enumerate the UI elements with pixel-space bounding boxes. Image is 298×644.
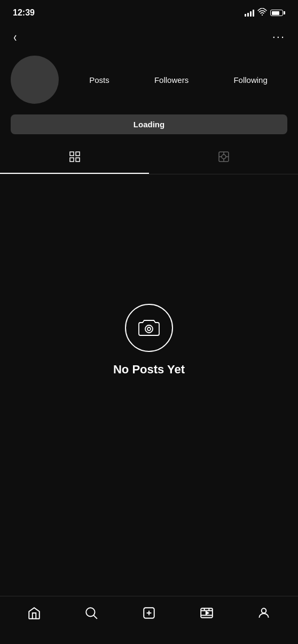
followers-label: Followers bbox=[154, 75, 189, 85]
posts-stat[interactable]: Posts bbox=[89, 75, 109, 85]
svg-rect-1 bbox=[70, 152, 74, 156]
svg-point-0 bbox=[262, 14, 263, 16]
more-button[interactable]: ··· bbox=[270, 28, 287, 46]
tag-icon bbox=[217, 150, 230, 166]
following-stat[interactable]: Following bbox=[233, 75, 267, 85]
battery-icon bbox=[270, 10, 285, 16]
svg-rect-4 bbox=[76, 158, 80, 162]
loading-button[interactable]: Loading bbox=[11, 114, 287, 134]
nav-add[interactable] bbox=[134, 602, 164, 628]
status-bar: 12:39 bbox=[0, 0, 298, 24]
tabs bbox=[0, 143, 298, 174]
signal-icon bbox=[245, 9, 254, 17]
svg-marker-19 bbox=[205, 611, 209, 616]
svg-point-13 bbox=[87, 608, 95, 616]
tag-tab[interactable] bbox=[149, 143, 298, 174]
nav-reels[interactable] bbox=[191, 602, 222, 628]
svg-point-24 bbox=[262, 608, 266, 613]
svg-point-6 bbox=[222, 155, 226, 159]
avatar bbox=[11, 56, 59, 104]
status-time: 12:39 bbox=[13, 8, 35, 18]
grid-icon bbox=[68, 150, 81, 166]
following-label: Following bbox=[233, 75, 267, 85]
svg-rect-2 bbox=[76, 152, 80, 156]
wifi-icon bbox=[257, 8, 267, 18]
nav-home[interactable] bbox=[19, 602, 50, 628]
home-icon bbox=[27, 606, 41, 624]
svg-rect-3 bbox=[70, 158, 74, 162]
profile-icon bbox=[257, 606, 271, 624]
svg-point-12 bbox=[147, 327, 151, 331]
svg-point-11 bbox=[145, 325, 153, 333]
search-icon bbox=[84, 606, 98, 624]
nav-search[interactable] bbox=[76, 602, 107, 628]
no-posts-text: No Posts Yet bbox=[113, 363, 185, 377]
no-posts-icon bbox=[125, 304, 173, 352]
status-icons bbox=[245, 8, 285, 18]
profile-stats: Posts Followers Following bbox=[69, 75, 287, 85]
bottom-nav bbox=[0, 596, 298, 644]
svg-line-14 bbox=[94, 615, 98, 619]
content-area: No Posts Yet bbox=[0, 174, 298, 506]
grid-tab[interactable] bbox=[0, 143, 149, 174]
posts-label: Posts bbox=[89, 75, 109, 85]
back-button[interactable]: ‹ bbox=[12, 27, 19, 48]
top-nav: ‹ ··· bbox=[0, 24, 298, 50]
reels-icon bbox=[200, 606, 214, 624]
followers-stat[interactable]: Followers bbox=[154, 75, 189, 85]
add-icon bbox=[142, 606, 156, 624]
profile-header: Posts Followers Following bbox=[0, 50, 298, 112]
nav-profile[interactable] bbox=[248, 602, 279, 628]
